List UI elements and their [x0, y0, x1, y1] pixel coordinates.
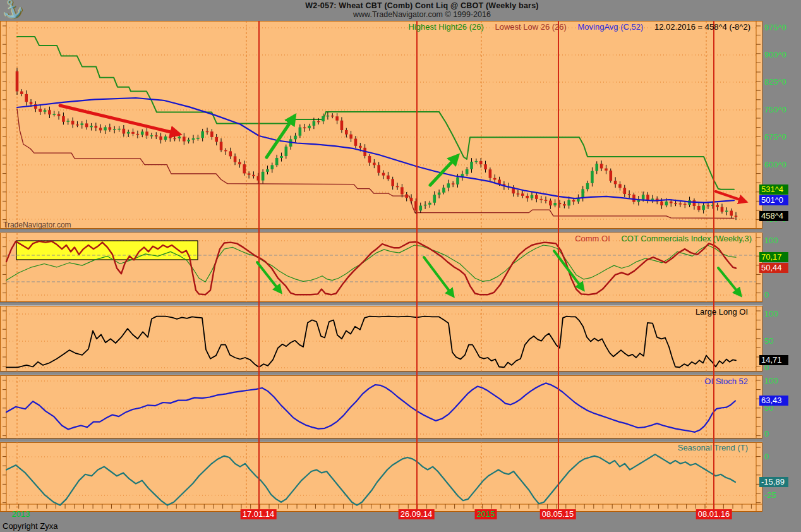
y-axis-label: 675^0	[764, 132, 786, 142]
legend-seasonal-trend[interactable]: Seasonal Trend (T)	[678, 443, 748, 452]
legend-cursor-value: 12.02.2016 = 458^4 (-8^2)	[654, 22, 750, 32]
y-axis-label: -25	[764, 490, 776, 500]
value-badge: 63,43	[759, 396, 788, 406]
value-badge: 14,71	[759, 355, 788, 365]
legend-moving-avg[interactable]: MovingAvg (C,52)	[578, 22, 644, 32]
value-badge: -15,89	[759, 477, 788, 487]
x-axis-date-label: 08.01.16	[696, 509, 732, 519]
y-axis-label: 100	[764, 309, 778, 319]
p3-panel-bg	[1, 306, 762, 372]
x-axis-date-label: 08.05.15	[540, 509, 576, 519]
y-axis-label: 50	[764, 336, 773, 346]
legend-oi-stoch-52[interactable]: OI Stoch 52	[704, 377, 748, 386]
x-axis-date-label: 26.09.14	[399, 509, 435, 519]
x-axis-year-label: 2015	[475, 509, 497, 519]
y-axis-label: 0	[764, 290, 769, 300]
trade-navigator-window: ⚓ W2-057: Wheat CBT (Comb) Cont Liq @ CB…	[0, 0, 801, 532]
y-axis-label: 100	[764, 236, 778, 246]
y-axis-label: 0	[764, 429, 769, 439]
legend-lowest-low[interactable]: Lowest Low 26 (26)	[495, 22, 566, 32]
x-axis-date-label: 17.01.14	[241, 509, 277, 519]
y-axis-label: 900^0	[764, 50, 786, 60]
commercials-highlight-box	[16, 241, 198, 260]
y-axis-label: 100	[764, 376, 778, 386]
y-axis-label: 825^0	[764, 77, 786, 87]
y-axis-label: 0	[764, 452, 769, 462]
legend-large-long-oi[interactable]: Large Long OI	[696, 307, 748, 317]
y-axis-label: 975^0	[764, 23, 786, 33]
commercials-panel-legend: Comm OI COT Commercials Index (Weekly,3)	[575, 234, 752, 243]
value-badge: 458^4	[759, 211, 788, 221]
value-badge: 70,17	[759, 252, 788, 262]
value-badge: 501^0	[759, 195, 788, 205]
x-axis-year-label: 2013	[10, 509, 32, 519]
main-panel-legend: Highest Hight26 (26) Lowest Low 26 (26) …	[409, 22, 750, 32]
value-badge: 531^4	[759, 184, 788, 195]
y-axis-label: 750^0	[764, 105, 786, 115]
y-axis-label: 600^0	[764, 160, 786, 170]
value-badge: 50,44	[759, 263, 788, 273]
copyright-text: Copyright Zyxa	[3, 521, 57, 531]
legend-comm-oi[interactable]: Comm OI	[575, 234, 610, 243]
watermark: TradeNavigator.com	[3, 221, 71, 229]
legend-cot-commercials-index[interactable]: COT Commercials Index (Weekly,3)	[621, 234, 752, 243]
legend-highest-high[interactable]: Highest Hight26 (26)	[409, 22, 484, 32]
